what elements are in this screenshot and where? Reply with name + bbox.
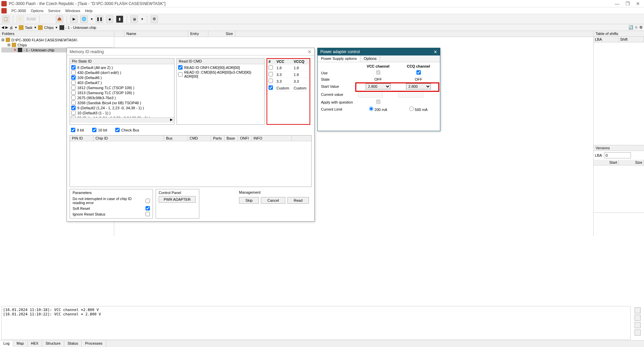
read-item[interactable]: READ ID :CMD[65]-ADR[00]x3-CMD[90]-ADR[0… (178, 70, 263, 79)
pin-item[interactable]: 3268 (Sandisk Bics4 (xx 6B) TSOP48 ) (71, 100, 173, 105)
pin-item[interactable]: 109 (Default6 ) (71, 75, 173, 80)
copy-icon[interactable] (635, 307, 641, 313)
maximize-icon[interactable]: ❐ (626, 1, 630, 6)
play-icon[interactable]: ▶ (70, 15, 78, 23)
pause-icon[interactable]: ❚❚ (96, 15, 103, 23)
display-icon[interactable]: 🖥 (130, 15, 138, 23)
power-close-icon[interactable]: ✕ (434, 49, 437, 54)
menu-service[interactable]: Service (48, 9, 61, 13)
clear-log-icon[interactable] (635, 330, 641, 336)
start-ccq-select[interactable]: 2.800 (406, 83, 431, 89)
stab-status[interactable]: Status (64, 341, 82, 347)
cancel-button[interactable]: Cancel (261, 197, 285, 204)
tab-power-supply[interactable]: Power Supply options (318, 55, 360, 62)
read-button[interactable]: Read (287, 197, 309, 204)
minimize-icon[interactable]: — (615, 1, 619, 6)
stab-hex[interactable]: HEX (28, 341, 42, 347)
menu-windows[interactable]: Windows (65, 9, 80, 13)
col-icon[interactable] (114, 31, 124, 37)
grid-col[interactable]: PIN ID (70, 136, 93, 141)
bc-chips[interactable]: Chips (44, 26, 53, 30)
refresh-icon[interactable]: 🔄 (629, 25, 633, 30)
nav-left-icon[interactable]: ◀ (1, 25, 4, 30)
stab-processes[interactable]: Processes (82, 341, 106, 347)
dropdown-icon-2[interactable]: ▼ (140, 17, 144, 21)
pin-item[interactable]: 2675 (983c98b3-76e3 ) (71, 95, 173, 100)
ver-col-start[interactable]: Start (594, 160, 619, 165)
limit-500[interactable]: 500 mA (409, 108, 428, 112)
grid-col[interactable]: Bus (164, 136, 188, 141)
memid-close-icon[interactable]: ✕ (308, 49, 312, 54)
stab-log[interactable]: Log (0, 341, 13, 347)
use-ccq-chk[interactable] (416, 70, 421, 75)
vcc-row[interactable]: CustomCustom (267, 85, 310, 91)
star-icon[interactable]: ☆ (635, 25, 638, 30)
grid-col[interactable]: Chip ID (93, 136, 164, 141)
col-entry[interactable]: Entry (188, 31, 208, 37)
pause-log-icon[interactable] (635, 322, 641, 328)
limit-200[interactable]: 200 mA (369, 108, 387, 112)
pin-item[interactable]: 1812 (Samsung TLC (TSOP 109) ) (71, 85, 173, 90)
vcc-row[interactable]: 3.31.8 (267, 71, 310, 78)
shifts-col-lba[interactable]: LBA (594, 37, 619, 42)
pwr-adapter-button[interactable]: PWR ADAPTER (159, 196, 196, 203)
grid-col[interactable]: INFO (251, 136, 292, 141)
log-side-tools (633, 306, 643, 340)
stab-map[interactable]: Map (13, 341, 27, 347)
tree-chips[interactable]: ⊟ Chips (1, 42, 113, 47)
grid-col[interactable]: Base (225, 136, 238, 141)
pin-item[interactable]: 10 (Default3 (1 - 1) ) (71, 110, 173, 115)
col-name[interactable]: Name (124, 31, 188, 37)
menu-help[interactable]: Help (85, 9, 93, 13)
diff-icon[interactable] (635, 315, 641, 321)
dropdown-icon[interactable]: ▼ (90, 17, 93, 21)
chips-icon (12, 43, 16, 47)
tool-util-icon[interactable]: ⚙ (151, 15, 158, 23)
stop-icon[interactable]: ■ (106, 15, 113, 23)
opt-checkbus[interactable]: Check Bus (115, 127, 139, 132)
opt-8bit[interactable]: 8 bit (71, 127, 84, 132)
folder-out-icon[interactable]: 📤 (56, 15, 63, 23)
close-icon[interactable]: ✕ (636, 1, 640, 6)
grid-col[interactable]: Parts (211, 136, 225, 141)
bc-task[interactable]: Task (25, 26, 33, 30)
start-vcc-select[interactable]: 2.800 (366, 83, 391, 89)
tab-options[interactable]: Options (360, 55, 380, 62)
pin-item[interactable]: 1813 (Samsung TLC (TSOP 109) ) (71, 90, 173, 95)
opt-16bit[interactable]: 16 bit (92, 127, 107, 132)
menu-options[interactable]: Options (31, 9, 43, 13)
lba-input[interactable] (604, 152, 631, 158)
grid-col[interactable]: CMD (188, 136, 211, 141)
pin-header: Pin State ID (70, 59, 174, 64)
pin-item[interactable]: 9 (Default2 (1,24 - 1, 2,23 -0, 34,38 - … (71, 105, 173, 110)
raw-label[interactable]: RAW (27, 17, 36, 22)
param-softreset-chk[interactable] (146, 206, 150, 210)
print-icon[interactable]: 🖨 (9, 26, 13, 30)
nav-right-icon[interactable]: ▶ (5, 25, 8, 30)
vcc-row[interactable]: 3.33.3 (267, 78, 310, 85)
bc-chip[interactable]: - 1 - Unknown chip (66, 26, 96, 30)
stab-structure[interactable]: Structure (42, 341, 64, 347)
ver-col-size[interactable]: Size (619, 160, 644, 165)
grid-col[interactable]: ONFI (238, 136, 251, 141)
menu-pc3000[interactable]: PC-3000 (11, 9, 26, 13)
scroll-right-icon[interactable]: ▶ (70, 117, 174, 123)
pin-item[interactable]: 430 (Default8 (don't edit!) ) (71, 70, 173, 75)
vcc-row[interactable]: 1.81.8 (267, 65, 310, 71)
chips-folder-icon (38, 25, 43, 30)
col-size[interactable]: Size (208, 31, 235, 37)
param-ignorereset-chk[interactable] (146, 212, 150, 216)
pin-item[interactable]: 403 (Default7 ) (71, 80, 173, 85)
tool-1-icon[interactable]: 📋 (2, 15, 9, 23)
param-nointerrupt-chk[interactable] (146, 199, 150, 203)
skip-button[interactable]: Skip (239, 197, 259, 204)
tree-root[interactable]: ⊟ D:\PC-3000 FLASH CASES\NEWTASK\ (1, 37, 113, 42)
gear-icon[interactable]: ⚙ (639, 25, 643, 30)
globe-icon[interactable]: 🌐 (80, 15, 88, 23)
read-item[interactable]: READ ID ONFI:CMD[90]-ADR[00] (178, 65, 263, 70)
chip-icon[interactable]: ▮ (116, 15, 123, 23)
pin-item[interactable]: 8 (Default (All are Z) ) (71, 65, 173, 70)
shifts-col-shift[interactable]: Shift (619, 37, 644, 42)
lightning-icon[interactable]: ⚡ (16, 15, 24, 23)
chip-item-icon (59, 25, 64, 30)
